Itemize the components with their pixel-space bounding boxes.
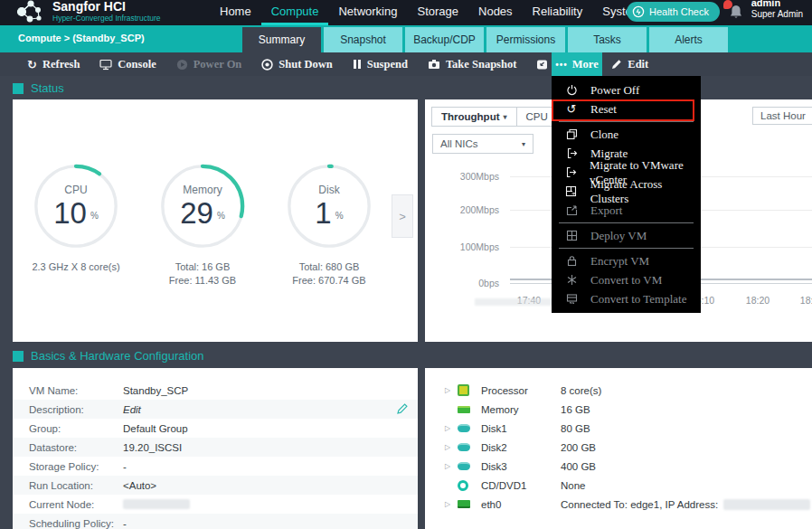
vm-name-value: Standby_SCP <box>123 385 188 396</box>
brand-logo[interactable]: Sangfor HCI Hyper-Converged Infrastructu… <box>13 0 161 25</box>
edit-button[interactable]: Edit <box>610 58 648 71</box>
menu-item-deploy-vm[interactable]: Deploy VM <box>552 226 701 245</box>
ip-address-redacted <box>723 499 810 510</box>
menu-item-power-off[interactable]: Power Off <box>552 80 701 99</box>
shut-down-button[interactable]: Shut Down <box>261 58 332 71</box>
edit-pencil-icon <box>610 59 622 71</box>
menu-item-convert-to-vm[interactable]: Convert to VM <box>552 270 701 289</box>
take-snapshot-button[interactable]: Take Snapshot <box>428 58 516 71</box>
expand-arrow-icon[interactable]: ▷ <box>445 386 458 394</box>
y-tick-0: 0bps <box>436 278 499 288</box>
gauge-next-page-button[interactable]: > <box>392 194 413 238</box>
tab-summary[interactable]: Summary <box>242 27 321 52</box>
cpu-detail: 2.3 GHz X 8 core(s) <box>32 260 119 274</box>
user-menu[interactable]: admin Super Admin <box>751 0 803 20</box>
memory-gauge: Memory 29 % Total: 16 GB Free: 11.43 GB <box>148 163 257 288</box>
power-on-button[interactable]: Power On <box>176 58 242 71</box>
tab-snapshot[interactable]: Snapshot <box>324 27 402 52</box>
console-button[interactable]: Console <box>99 58 156 71</box>
molecule-logo-icon <box>13 0 45 25</box>
basics-section-header: Basics & Hardware Configuration <box>13 349 203 363</box>
row-vm-name: VM Name: Standby_SCP <box>13 381 418 400</box>
cpu-gauge: CPU 10 % 2.3 GHz X 8 core(s) <box>22 163 130 288</box>
nav-item-compute[interactable]: Compute <box>261 0 329 25</box>
health-check-icon <box>632 5 645 18</box>
chevron-down-icon: ▾ <box>504 113 507 121</box>
nav-item-home[interactable]: Home <box>210 0 261 25</box>
power-on-icon <box>176 59 188 71</box>
vm-hardware-panel: ▷ Processor 8 core(s) Memory 16 GB ▷ Dis… <box>425 368 812 529</box>
row-datastore: Datastore: 19.20_ISCSI <box>13 438 418 457</box>
tab-permissions[interactable]: Permissions <box>486 27 565 52</box>
view-throughput-button[interactable]: Throughput▾ <box>431 107 517 127</box>
refresh-button[interactable]: ↻ Refresh <box>27 58 80 71</box>
nic-icon <box>458 498 472 511</box>
menu-item-encrypt-vm[interactable]: Encrypt VM <box>552 251 701 270</box>
description-edit-link[interactable]: Edit <box>123 404 141 415</box>
migrate-icon <box>565 147 578 159</box>
brand-title: Sangfor HCI <box>52 0 161 14</box>
menu-item-clone[interactable]: Clone <box>552 125 701 144</box>
menu-item-convert-to-template[interactable]: Convert to Template <box>552 289 701 308</box>
hw-row-memory[interactable]: Memory 16 GB <box>425 400 812 419</box>
memory-icon <box>458 403 472 416</box>
menu-item-reset[interactable]: ↺ Reset <box>552 99 701 118</box>
power-off-icon <box>565 84 578 96</box>
suspend-button[interactable]: Suspend <box>353 58 408 71</box>
menu-divider <box>559 248 694 249</box>
more-dots-icon: ••• <box>555 60 568 70</box>
disk-icon <box>458 422 472 435</box>
status-section-header: Status <box>13 81 64 95</box>
expand-arrow-icon[interactable]: ▷ <box>445 462 458 470</box>
hw-row-disk2[interactable]: ▷ Disk2 200 GB <box>425 438 812 457</box>
disk-gauge: Disk 1 % Total: 680 GB Free: 670.74 GB <box>275 163 383 288</box>
more-button[interactable]: ••• More <box>552 52 602 76</box>
expand-arrow-icon[interactable]: ▷ <box>445 500 458 508</box>
nav-item-nodes[interactable]: Nodes <box>468 0 523 25</box>
sangfor-hci-app: Sangfor HCI Hyper-Converged Infrastructu… <box>0 0 812 529</box>
export-icon <box>565 204 578 216</box>
convert-template-icon <box>565 293 578 305</box>
nav-item-storage[interactable]: Storage <box>407 0 468 25</box>
nav-item-reliability[interactable]: Reliability <box>523 0 593 25</box>
status-panel: CPU 10 % 2.3 GHz X 8 core(s) <box>13 99 418 342</box>
row-run-location: Run Location: <Auto> <box>13 476 418 495</box>
notifications-bell-icon[interactable] <box>729 4 747 22</box>
hw-row-eth0[interactable]: ▷ eth0 Connected To: edge1, IP Address: <box>425 495 812 514</box>
edit-description-icon[interactable] <box>396 402 409 415</box>
refresh-icon: ↻ <box>27 59 37 71</box>
main-nav: Home Compute Networking Storage Nodes Re… <box>210 0 652 25</box>
lock-icon <box>565 255 578 267</box>
migrate-vcenter-icon <box>565 166 577 178</box>
user-role: Super Admin <box>751 9 803 20</box>
cd-icon <box>458 479 472 492</box>
x-tick-1830: 18:30 <box>800 295 812 306</box>
row-description: Description: Edit <box>13 400 418 419</box>
tab-backup-cdp[interactable]: Backup/CDP <box>405 27 484 52</box>
top-bar: Sangfor HCI Hyper-Converged Infrastructu… <box>0 0 812 25</box>
nav-item-networking[interactable]: Networking <box>328 0 407 25</box>
health-check-button[interactable]: Health Check <box>627 2 720 22</box>
hw-row-disk1[interactable]: ▷ Disk1 80 GB <box>425 419 812 438</box>
row-storage-policy: Storage Policy: - <box>13 457 418 476</box>
vm-tabs: Summary Snapshot Backup/CDP Permissions … <box>242 27 728 52</box>
time-range-select[interactable]: Last Hour <box>752 107 812 125</box>
hw-row-processor[interactable]: ▷ Processor 8 core(s) <box>425 381 812 400</box>
expand-arrow-icon[interactable]: ▷ <box>445 443 458 451</box>
row-scheduling-policy: Scheduling Policy: - <box>13 514 418 529</box>
tab-tasks[interactable]: Tasks <box>568 27 647 52</box>
hw-row-disk3[interactable]: ▷ Disk3 400 GB <box>425 457 812 476</box>
menu-item-migrate-clusters[interactable]: Migrate Across Clusters <box>552 182 701 201</box>
y-tick-200: 200Mbps <box>436 204 499 215</box>
tab-alerts[interactable]: Alerts <box>649 27 728 52</box>
memory-usage-value: 29 <box>180 198 213 229</box>
memory-detail: Total: 16 GB Free: 11.43 GB <box>169 260 236 288</box>
hw-row-cd-dvd[interactable]: CD/DVD1 None <box>425 476 812 495</box>
shut-down-icon <box>261 59 273 71</box>
menu-divider <box>559 121 694 122</box>
breadcrumb[interactable]: Compute > (Standby_SCP) <box>18 33 145 43</box>
gauge-row: CPU 10 % 2.3 GHz X 8 core(s) <box>13 163 392 288</box>
nic-filter-select[interactable]: All NICs▾ <box>432 134 533 154</box>
disk-usage-value: 1 <box>315 198 331 229</box>
expand-arrow-icon[interactable]: ▷ <box>445 424 458 432</box>
